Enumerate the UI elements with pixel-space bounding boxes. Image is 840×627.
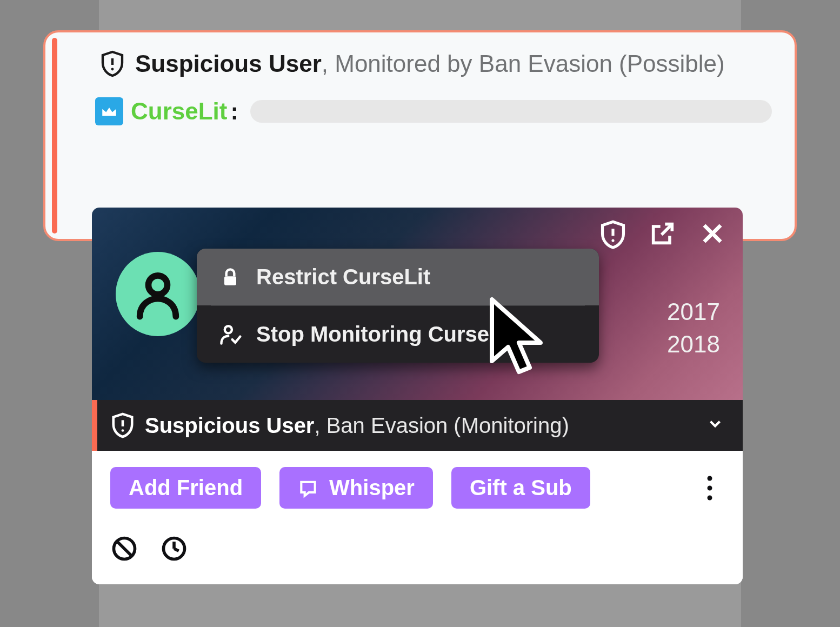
svg-point-12 xyxy=(708,476,712,481)
shield-warning-icon xyxy=(110,412,135,439)
user-years: 2017 2018 xyxy=(667,298,720,363)
svg-point-3 xyxy=(611,239,614,242)
whisper-label: Whisper xyxy=(329,476,415,500)
message-content-redacted xyxy=(250,100,772,123)
mod-tool-row xyxy=(92,525,743,584)
svg-point-13 xyxy=(708,485,712,490)
more-options-button[interactable] xyxy=(695,471,724,505)
popout-icon[interactable] xyxy=(649,219,677,248)
user-card-header: 2017 2018 Restrict CurseLit Stop Monitor… xyxy=(92,208,743,400)
accent-bar xyxy=(52,38,57,234)
svg-point-7 xyxy=(149,276,168,295)
warning-text: Suspicious User, Monitored by Ban Evasio… xyxy=(135,46,725,81)
gift-sub-button[interactable]: Gift a Sub xyxy=(451,467,590,509)
chat-colon: : xyxy=(230,98,238,125)
mod-action-dropdown: Restrict CurseLit Stop Monitoring CurseL… xyxy=(197,249,599,363)
svg-line-16 xyxy=(117,541,132,556)
crown-badge-icon xyxy=(95,97,123,125)
svg-line-4 xyxy=(662,224,672,235)
warning-rest: , Monitored by Ban Evasion (Possible) xyxy=(322,50,725,77)
restrict-user-label: Restrict CurseLit xyxy=(256,265,430,289)
add-friend-button[interactable]: Add Friend xyxy=(110,467,261,509)
status-strong: Suspicious User xyxy=(145,413,314,437)
shield-warning-icon xyxy=(99,50,125,78)
svg-point-14 xyxy=(708,495,712,500)
avatar xyxy=(116,252,200,336)
whisper-button[interactable]: Whisper xyxy=(279,467,433,509)
year-b: 2018 xyxy=(667,331,720,358)
svg-point-9 xyxy=(225,326,232,333)
warning-row: Suspicious User, Monitored by Ban Evasio… xyxy=(62,44,778,81)
user-card: 2017 2018 Restrict CurseLit Stop Monitor… xyxy=(92,208,743,584)
status-rest: , Ban Evasion (Monitoring) xyxy=(314,413,569,437)
timeout-icon[interactable] xyxy=(160,535,188,563)
restrict-user-item[interactable]: Restrict CurseLit xyxy=(197,249,599,305)
svg-point-11 xyxy=(122,429,124,432)
action-row: Add Friend Whisper Gift a Sub xyxy=(92,451,743,525)
stop-monitoring-label: Stop Monitoring CurseLit xyxy=(256,322,516,346)
chevron-down-icon xyxy=(706,413,724,438)
shield-warning-icon[interactable] xyxy=(599,219,627,248)
svg-line-19 xyxy=(174,549,179,551)
gift-sub-label: Gift a Sub xyxy=(470,476,572,500)
ban-icon[interactable] xyxy=(110,535,138,563)
chat-username[interactable]: CurseLit xyxy=(131,98,227,125)
svg-point-1 xyxy=(111,68,114,71)
add-friend-label: Add Friend xyxy=(129,476,243,500)
close-icon[interactable] xyxy=(698,219,726,248)
status-bar[interactable]: Suspicious User, Ban Evasion (Monitoring… xyxy=(92,400,743,451)
message-row: CurseLit : xyxy=(62,97,778,125)
status-text-wrap: Suspicious User, Ban Evasion (Monitoring… xyxy=(145,413,569,438)
year-a: 2017 xyxy=(667,298,720,325)
warning-strong: Suspicious User xyxy=(135,50,322,77)
svg-rect-8 xyxy=(224,276,236,285)
stop-monitoring-item[interactable]: Stop Monitoring CurseLit xyxy=(197,306,599,363)
